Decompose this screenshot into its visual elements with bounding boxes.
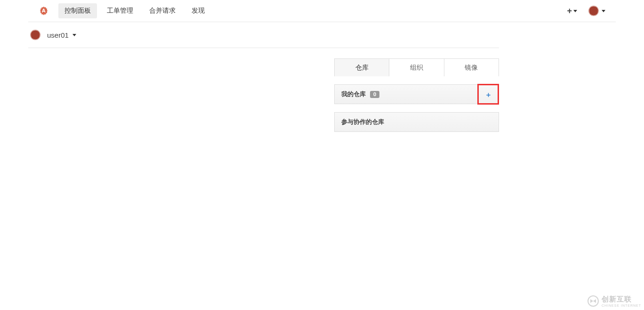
- watermark: 创新互联 CHINESE INTERNET: [588, 295, 641, 307]
- caret-down-icon: [573, 10, 577, 12]
- tab-orgs[interactable]: 组织: [389, 59, 444, 76]
- caret-down-icon: [72, 34, 76, 36]
- nav-dashboard[interactable]: 控制面板: [58, 3, 97, 18]
- plus-icon: +: [567, 6, 572, 16]
- topnav: 控制面板 工单管理 合并请求 发现 +: [28, 0, 616, 22]
- watermark-text: 创新互联: [602, 295, 632, 304]
- avatar: [30, 30, 40, 40]
- my-repos-panel: 我的仓库 0 ＋: [334, 84, 499, 104]
- collab-repos-panel: 参与协作的仓库: [334, 112, 499, 132]
- user-dropdown[interactable]: [588, 6, 605, 16]
- nav-merge-requests[interactable]: 合并请求: [143, 3, 182, 18]
- my-repos-title-wrap: 我的仓库 0: [341, 90, 379, 98]
- user-context-bar: user01: [28, 22, 499, 48]
- nav-explore[interactable]: 发现: [185, 3, 211, 18]
- collab-repos-title: 参与协作的仓库: [341, 118, 384, 126]
- main-container: user01 仓库 组织 镜像 我的仓库 0 ＋ 参与协作的仓库: [28, 22, 499, 132]
- right-column: 仓库 组织 镜像 我的仓库 0 ＋ 参与协作的仓库: [334, 58, 499, 132]
- caret-down-icon: [602, 10, 605, 12]
- watermark-icon: [588, 295, 599, 307]
- create-repo-button[interactable]: ＋: [477, 84, 499, 105]
- right-tabs: 仓库 组织 镜像: [334, 58, 499, 76]
- avatar: [588, 6, 599, 16]
- plus-icon: ＋: [485, 91, 492, 98]
- topnav-left: 控制面板 工单管理 合并请求 发现: [39, 3, 211, 18]
- user-selector[interactable]: user01: [47, 31, 76, 39]
- app-logo[interactable]: [39, 6, 49, 16]
- username: user01: [47, 31, 69, 39]
- tab-repos[interactable]: 仓库: [335, 59, 389, 76]
- nav-issues[interactable]: 工单管理: [101, 3, 139, 18]
- topnav-right: +: [567, 6, 605, 16]
- my-repos-title: 我的仓库: [341, 90, 366, 98]
- collab-repos-title-wrap: 参与协作的仓库: [341, 118, 384, 126]
- tab-mirrors[interactable]: 镜像: [444, 59, 499, 76]
- create-dropdown[interactable]: +: [567, 6, 577, 16]
- watermark-sub: CHINESE INTERNET: [602, 304, 641, 307]
- my-repos-count: 0: [370, 91, 379, 98]
